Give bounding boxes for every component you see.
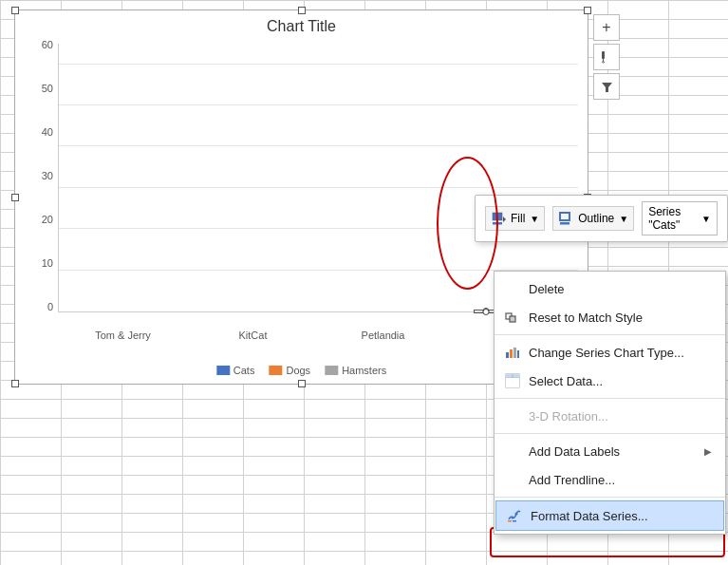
legend-hamsters: Hamsters — [325, 365, 386, 376]
fill-label: Fill — [511, 212, 525, 225]
y-label-50: 50 — [42, 83, 53, 94]
chart-type-icon-svg — [505, 345, 520, 360]
handle-tr[interactable] — [584, 7, 591, 14]
separator-3 — [495, 433, 725, 434]
svg-rect-6 — [560, 222, 569, 225]
svg-rect-22 — [506, 385, 513, 387]
legend-color-cats — [216, 366, 230, 375]
svg-point-25 — [515, 513, 518, 516]
x-label-tom-jerry: Tom & Jerry — [58, 330, 188, 341]
y-label-10: 10 — [42, 257, 53, 269]
series-dropdown-label: Series "Cats" — [648, 205, 696, 232]
svg-rect-15 — [513, 374, 519, 378]
menu-item-select-data[interactable]: Select Data... — [495, 367, 725, 395]
menu-label-3d-rotation: 3-D Rotation... — [529, 409, 608, 424]
handle-bl[interactable] — [11, 380, 19, 387]
menu-item-reset[interactable]: Reset to Match Style — [495, 303, 725, 331]
handle-ml[interactable] — [11, 194, 19, 201]
y-label-30: 30 — [42, 170, 53, 181]
outline-label: Outline — [578, 212, 614, 225]
fill-button[interactable]: Fill ▼ — [485, 206, 545, 231]
add-labels-icon — [504, 443, 521, 460]
svg-rect-3 — [493, 213, 502, 220]
legend-label-dogs: Dogs — [286, 365, 310, 376]
svg-rect-19 — [513, 378, 519, 382]
menu-item-change-type[interactable]: Change Series Chart Type... — [495, 338, 725, 367]
menu-item-delete[interactable]: Delete — [495, 274, 725, 303]
context-menu: Delete Reset to Match Style Change Serie… — [494, 271, 726, 535]
handle-tl[interactable] — [11, 7, 19, 14]
menu-label-add-labels: Add Data Labels — [529, 444, 620, 459]
submenu-arrow-labels: ▶ — [704, 446, 712, 457]
format-series-icon-svg — [507, 508, 522, 523]
format-toolbar: Fill ▼ Outline ▼ Series "Cats" ▼ — [475, 195, 728, 242]
menu-item-3d-rotation: 3-D Rotation... — [495, 402, 725, 430]
svg-rect-4 — [493, 222, 502, 225]
y-axis: 60 50 40 30 20 10 0 — [25, 39, 53, 312]
filter-button[interactable] — [593, 73, 620, 100]
menu-label-reset: Reset to Match Style — [529, 311, 643, 325]
select-data-icon-svg — [505, 373, 520, 388]
svg-rect-12 — [517, 350, 519, 358]
separator-1 — [495, 334, 725, 335]
trendline-icon — [504, 471, 521, 488]
chart-type-icon — [504, 344, 521, 361]
legend-dogs: Dogs — [269, 365, 310, 376]
menu-item-format-series[interactable]: Format Data Series... — [495, 500, 724, 531]
brush-icon — [600, 50, 613, 64]
separator-4 — [495, 497, 725, 498]
svg-rect-20 — [506, 382, 513, 386]
series-dropdown[interactable]: Series "Cats" ▼ — [642, 201, 718, 235]
svg-point-24 — [512, 517, 514, 519]
dot-bottom — [482, 309, 489, 315]
filter-icon — [601, 81, 613, 93]
menu-item-add-labels[interactable]: Add Data Labels ▶ — [495, 437, 725, 465]
outline-dropdown-arrow[interactable]: ▼ — [619, 214, 628, 224]
y-label-60: 60 — [42, 39, 53, 50]
separator-2 — [495, 398, 725, 399]
svg-rect-21 — [513, 382, 519, 386]
chart-title: Chart Title — [15, 10, 588, 39]
svg-rect-8 — [510, 316, 515, 322]
svg-rect-27 — [513, 520, 516, 522]
svg-rect-26 — [508, 520, 512, 522]
reset-icon-svg — [505, 310, 520, 325]
legend: Cats Dogs Hamsters — [216, 365, 386, 376]
brush-button[interactable] — [593, 44, 620, 70]
menu-item-add-trendline[interactable]: Add Trendline... — [495, 465, 725, 494]
x-label-petlandia: Petlandia — [318, 330, 448, 341]
delete-icon — [504, 280, 521, 297]
handle-tc[interactable] — [298, 7, 306, 14]
fill-icon — [491, 210, 508, 227]
svg-rect-9 — [506, 352, 509, 358]
legend-color-dogs — [269, 366, 282, 375]
3d-icon — [504, 407, 521, 424]
menu-label-add-trendline: Add Trendline... — [529, 473, 615, 487]
svg-marker-2 — [602, 83, 612, 92]
legend-label-hamsters: Hamsters — [342, 365, 386, 376]
menu-label-select-data: Select Data... — [529, 374, 603, 388]
y-label-20: 20 — [42, 214, 53, 225]
svg-rect-14 — [506, 374, 513, 378]
add-element-button[interactable]: + — [593, 14, 620, 41]
select-data-icon — [504, 372, 521, 389]
menu-label-format-series: Format Data Series... — [531, 509, 648, 523]
svg-rect-0 — [602, 51, 605, 59]
outline-icon — [558, 210, 575, 227]
menu-label-change-type: Change Series Chart Type... — [529, 346, 684, 360]
reset-icon — [504, 309, 521, 326]
svg-rect-10 — [510, 349, 513, 358]
y-label-0: 0 — [47, 301, 53, 312]
svg-rect-5 — [560, 213, 569, 220]
legend-label-cats: Cats — [233, 365, 255, 376]
format-series-icon — [506, 507, 523, 524]
legend-color-hamsters — [325, 366, 338, 375]
x-label-kitcat: KitCat — [188, 330, 318, 341]
legend-cats: Cats — [216, 365, 255, 376]
handle-bc[interactable] — [298, 380, 306, 387]
fill-dropdown-arrow[interactable]: ▼ — [530, 214, 539, 224]
outline-button[interactable]: Outline ▼ — [552, 206, 634, 231]
series-dropdown-arrow: ▼ — [701, 214, 711, 224]
svg-rect-1 — [603, 59, 604, 62]
menu-label-delete: Delete — [529, 282, 565, 296]
